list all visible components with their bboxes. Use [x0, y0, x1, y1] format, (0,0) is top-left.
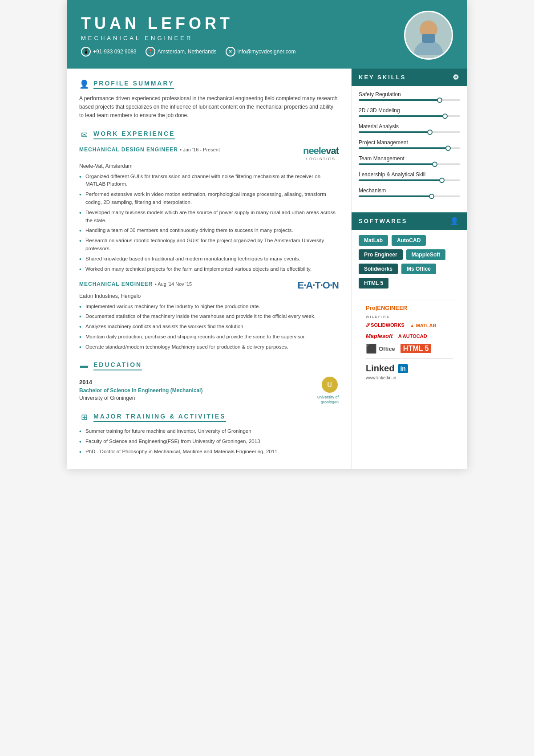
skill-material-analysis: Material Analysis [359, 123, 460, 133]
header: TUAN LEFORT MECHANICAL ENGINEER 📱 +91-93… [67, 0, 467, 69]
tag-msoffice: Ms Office [401, 264, 436, 274]
tag-mapplesoft: MappleSoft [406, 249, 446, 260]
job-1-company: Neele-Vat, Amsterdam [79, 163, 339, 169]
maplesoft-autocad-row: Maplesoft A AUTOCAD [366, 332, 453, 340]
work-section-title: WORK EXPERIENCE [93, 130, 175, 139]
skill-2d-3d-modeling: 2D / 3D Modeling [359, 107, 460, 117]
tag-matlab: MatLab [359, 235, 388, 246]
location-text: Amsterdam, Netherlands [158, 49, 217, 55]
skill-bar-fill [359, 131, 430, 133]
svg-rect-3 [422, 34, 435, 43]
edu-year: 2014 [79, 379, 202, 386]
tag-solidworks: Solidworks [359, 264, 398, 274]
training-icon: ⊞ [79, 412, 89, 422]
header-left: TUAN LEFORT MECHANICAL ENGINEER 📱 +91-93… [81, 14, 404, 57]
bullet-item: Implemented various machinery for the in… [79, 303, 339, 311]
maplesoft-logo: Maplesoft [366, 332, 393, 340]
skill-bar-fill [359, 147, 448, 149]
skills-title: KEY SKILLS [359, 74, 406, 81]
right-column: KEY SKILLS ⚙ Safety Regulation 2D / 3D M… [352, 69, 467, 469]
proengineer-sub: WILDFIRE [366, 315, 453, 319]
bullet-item: Developed many business models which are… [79, 209, 339, 225]
location-contact: 📍 Amsterdam, Netherlands [146, 47, 217, 57]
bullet-item: Handling a team of 30 members and contin… [79, 227, 339, 235]
skill-bar-dot [439, 178, 445, 183]
training-item: PhD - Doctor of Philosophy in Mechanical… [79, 448, 339, 456]
candidate-name: TUAN LEFORT [81, 14, 404, 33]
edu-section-title: EDUCATION [93, 361, 142, 370]
training-item: Faculty of Science and Engineering(FSE) … [79, 438, 339, 446]
skill-bar-dot [429, 194, 434, 199]
training-section-title: MAJOR TRAINING & ACTIVITIES [93, 413, 226, 422]
skills-body: Safety Regulation 2D / 3D Modeling Mater… [352, 86, 467, 209]
bullet-item: Shared knowledge based on traditional an… [79, 255, 339, 263]
job-1-title: MECHANICAL DESIGN ENGINEER [79, 146, 178, 153]
bullet-item: Worked on many technical projects for th… [79, 265, 339, 273]
job-1-bullets: Organized different GUI's for transmissi… [79, 173, 339, 273]
skill-bar-dot [442, 114, 448, 119]
job-1: MECHANICAL DESIGN ENGINEER • Jan '16 - P… [79, 145, 339, 273]
bullet-item: Research on various robotic technology a… [79, 237, 339, 253]
email-icon: ✉ [226, 47, 235, 57]
bullet-item: Operate standard/modern technology Machi… [79, 343, 339, 351]
skill-safety-regulation: Safety Regulation [359, 91, 460, 101]
profile-summary-text: A performance driven experienced profess… [79, 94, 339, 120]
edu-section-header: ▬ EDUCATION [79, 361, 339, 370]
profile-section-header: 👤 PROFILE SUMMARY [79, 79, 339, 89]
skill-bar-fill [359, 115, 445, 117]
neelevat-logo: neelevat [303, 145, 339, 157]
tag-html5: HTML 5 [359, 278, 388, 289]
resume-container: TUAN LEFORT MECHANICAL ENGINEER 📱 +91-93… [67, 0, 467, 469]
office-html5-row: ⬛ Office HTML 5 [366, 343, 453, 354]
phone-icon: 📱 [81, 47, 91, 57]
work-icon: ✉ [79, 130, 89, 140]
svg-text:𝕌: 𝕌 [327, 381, 332, 388]
job-2-date: • Aug '14 Nov '15 [155, 281, 192, 287]
body: 👤 PROFILE SUMMARY A performance driven e… [67, 69, 467, 469]
skill-bar-fill [359, 195, 432, 197]
job-1-date: • Jan '16 - Present [180, 147, 220, 152]
bullet-item: Documented statistics of the machinery i… [79, 313, 339, 321]
skill-project-management: Project Management [359, 139, 460, 149]
job-2-company: Eaton Industries, Hengelo [79, 293, 339, 299]
skill-bar-bg [359, 179, 460, 181]
neelevat-sub: LOGISTICS [303, 157, 339, 161]
skills-header: KEY SKILLS ⚙ [352, 69, 467, 86]
bullet-item: Organized different GUI's for transmissi… [79, 173, 339, 189]
edu-icon: ▬ [79, 361, 89, 370]
edu-school: University of Groningen [79, 395, 202, 401]
location-icon: 📍 [146, 47, 155, 57]
skill-bar-bg [359, 163, 460, 165]
softwares-body: MatLab AutoCAD Pro Engineer MappleSoft S… [352, 230, 467, 390]
skill-team-management: Team Management [359, 155, 460, 165]
skill-bar-fill [359, 99, 440, 101]
training-list: Summer training for future machine and i… [79, 427, 339, 455]
linkedin-in-badge: in [398, 364, 408, 373]
university-logo: 𝕌 university ofgroningen [317, 376, 339, 405]
education-block: 2014 Bachelor of Science in Engineering … [79, 376, 339, 405]
job-1-header: MECHANICAL DESIGN ENGINEER • Jan '16 - P… [79, 145, 339, 161]
office-logo: ⬛ Office [366, 343, 395, 354]
skill-name: Project Management [359, 139, 460, 146]
skill-bar-dot [437, 98, 442, 103]
training-section-header: ⊞ MAJOR TRAINING & ACTIVITIES [79, 412, 339, 422]
bullet-item: Performed extensive work in video motion… [79, 191, 339, 207]
skill-bar-dot [445, 146, 451, 151]
skill-bar-dot [427, 130, 433, 135]
proengineer-logo-row: Pro|ENGINEER [366, 305, 453, 311]
skill-bar-dot [432, 162, 437, 167]
job-2-header: MECHANICAL ENGINEER • Aug '14 Nov '15 E·… [79, 280, 339, 291]
work-section-header: ✉ WORK EXPERIENCE [79, 130, 339, 140]
profile-section-title: PROFILE SUMMARY [93, 80, 174, 89]
job-2-info: MECHANICAL ENGINEER • Aug '14 Nov '15 [79, 280, 192, 288]
contact-row: 📱 +91-933 092 9083 📍 Amsterdam, Netherla… [81, 47, 404, 57]
edu-info: 2014 Bachelor of Science in Engineering … [79, 379, 202, 401]
skill-bar-fill [359, 163, 435, 165]
bullet-item: Analyzes machinery conflicts and assists… [79, 323, 339, 331]
skill-bar-fill [359, 179, 442, 181]
uni-emblem: 𝕌 [321, 376, 339, 394]
software-tags: MatLab AutoCAD Pro Engineer MappleSoft S… [359, 235, 460, 289]
softwares-header: SOFTWARES 👤 [352, 212, 467, 230]
job-2: MECHANICAL ENGINEER • Aug '14 Nov '15 E·… [79, 280, 339, 351]
skill-name: Material Analysis [359, 123, 460, 130]
